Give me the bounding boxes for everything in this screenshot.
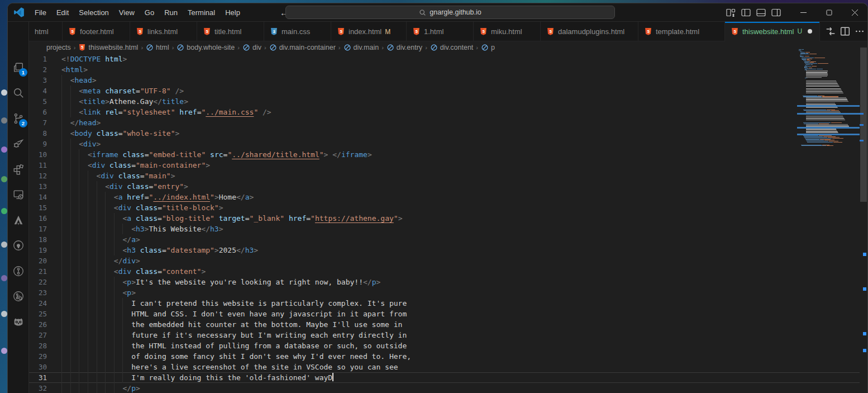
code-line-13[interactable]: 13<div class="entry"> [29, 181, 867, 192]
code-line-5[interactable]: 5<title>Athene.Gay</title> [29, 96, 867, 107]
breadcrumb-item-projects[interactable]: projects [46, 44, 71, 51]
code-line-28[interactable]: 28the HTML instead of pulling from a dat… [29, 340, 867, 351]
code-line-20[interactable]: 20</div> [29, 255, 867, 266]
code-line-2[interactable]: 2<html> [29, 64, 867, 75]
line-number[interactable]: 24 [29, 298, 61, 309]
line-number[interactable]: 21 [29, 266, 61, 277]
menu-go[interactable]: Go [140, 6, 159, 19]
menu-terminal[interactable]: Terminal [183, 6, 220, 19]
customize-layout-icon[interactable] [726, 8, 736, 17]
breadcrumb-item-html[interactable]: html [146, 44, 169, 51]
menu-help[interactable]: Help [220, 6, 245, 19]
code-line-26[interactable]: 26the embedded hit counter at the bottom… [29, 319, 867, 330]
maximize-button[interactable] [816, 3, 842, 22]
code-line-10[interactable]: 10<iframe class="embed-title" src="../sh… [29, 149, 867, 160]
line-number[interactable]: 4 [29, 86, 61, 96]
breadcrumb-item-div.main[interactable]: div.main [344, 44, 379, 51]
line-number[interactable]: 8 [29, 128, 61, 139]
line-number[interactable]: 16 [29, 213, 61, 224]
code-line-16[interactable]: 16<a class="blog-title" target="_blank" … [29, 213, 867, 224]
tab-thiswebsite.html[interactable]: 5thiswebsite.htmlU [725, 22, 820, 41]
breadcrumb-item-thiswebsite.html[interactable]: 5thiswebsite.html [78, 44, 138, 51]
line-number[interactable]: 1 [29, 54, 61, 64]
tab-html[interactable]: html [29, 22, 63, 41]
line-number[interactable]: 28 [29, 340, 61, 351]
line-number[interactable]: 32 [29, 383, 61, 393]
menu-selection[interactable]: Selection [74, 6, 113, 19]
code-editor[interactable]: 1<!DOCTYPE html>2<html>3<head>4<meta cha… [29, 54, 867, 393]
line-number[interactable]: 9 [29, 139, 61, 149]
code-line-30[interactable]: 30here's a live screenshot of the site i… [29, 362, 867, 372]
line-number[interactable]: 31 [29, 372, 61, 383]
code-line-19[interactable]: 19<h3 class="datestamp">2025</h3> [29, 245, 867, 255]
tab-title.html[interactable]: 5title.html [197, 22, 264, 41]
line-number[interactable]: 17 [29, 224, 61, 234]
code-line-4[interactable]: 4<meta charset="UTF-8" /> [29, 86, 867, 96]
code-line-27[interactable]: 27future if it's necessary but I'm writi… [29, 330, 867, 340]
search-icon[interactable] [8, 82, 29, 103]
dirty-indicator-icon[interactable] [808, 29, 812, 34]
line-number[interactable]: 18 [29, 234, 61, 245]
command-center-search[interactable]: gnargle.github.io [285, 6, 615, 19]
tab-1.html[interactable]: 51.html [407, 22, 474, 41]
line-number[interactable]: 29 [29, 351, 61, 362]
line-number[interactable]: 23 [29, 287, 61, 298]
line-number[interactable]: 25 [29, 309, 61, 319]
tab-footer.html[interactable]: 5footer.html [63, 22, 130, 41]
remote-explorer-icon[interactable] [8, 184, 29, 205]
extensions-icon[interactable] [8, 159, 29, 180]
line-number[interactable]: 2 [29, 64, 61, 75]
code-line-32[interactable]: 32</p> [29, 383, 867, 393]
breadcrumb-item-div.entry[interactable]: div.entry [387, 44, 422, 51]
code-line-25[interactable]: 25HTML and CSS. I don't even have any ja… [29, 309, 867, 319]
more-actions-icon[interactable] [855, 26, 865, 36]
minimap[interactable] [797, 41, 860, 393]
code-line-24[interactable]: 24I can't pretend this website is partic… [29, 298, 867, 309]
breadcrumb-item-body.whole-site[interactable]: body.whole-site [177, 44, 235, 51]
tab-main.css[interactable]: 3main.css [264, 22, 331, 41]
toggle-panel-icon[interactable] [756, 8, 766, 17]
tab-miku.html[interactable]: 5miku.html [474, 22, 541, 41]
code-line-7[interactable]: 7</head> [29, 117, 867, 128]
astro-extension-icon[interactable] [8, 210, 29, 231]
github-icon[interactable] [8, 235, 29, 256]
code-line-11[interactable]: 11<div class="main-container"> [29, 160, 867, 171]
code-line-17[interactable]: 17<h3>This Website</h3> [29, 224, 867, 234]
godot-tools-icon[interactable] [8, 311, 29, 333]
code-line-6[interactable]: 6<link rel="stylesheet" href="../main.cs… [29, 107, 867, 117]
line-number[interactable]: 11 [29, 160, 61, 171]
line-number[interactable]: 30 [29, 362, 61, 372]
line-number[interactable]: 27 [29, 330, 61, 340]
source-control-icon[interactable]: 2 [8, 108, 29, 129]
code-line-8[interactable]: 8<body class="whole-site"> [29, 128, 867, 139]
line-number[interactable]: 20 [29, 255, 61, 266]
breadcrumb-item-div[interactable]: div [242, 44, 261, 51]
line-number[interactable]: 14 [29, 192, 61, 202]
gitlens-icon[interactable] [8, 261, 29, 282]
code-line-22[interactable]: 22<p>It's the website you're looking at … [29, 277, 867, 287]
line-number[interactable]: 13 [29, 181, 61, 192]
code-line-3[interactable]: 3<head> [29, 75, 867, 86]
line-number[interactable]: 7 [29, 117, 61, 128]
code-line-29[interactable]: 29of doing some fancy shit I don't see w… [29, 351, 867, 362]
close-button[interactable] [842, 3, 867, 22]
code-line-1[interactable]: 1<!DOCTYPE html> [29, 54, 867, 64]
line-number[interactable]: 19 [29, 245, 61, 255]
tab-template.html[interactable]: 5template.html [638, 22, 725, 41]
toggle-primary-sidebar-icon[interactable] [741, 8, 751, 17]
line-number[interactable]: 3 [29, 75, 61, 86]
menu-view[interactable]: View [114, 6, 140, 19]
run-debug-icon[interactable] [8, 133, 29, 154]
split-editor-icon[interactable] [840, 26, 850, 36]
code-line-14[interactable]: 14<a href="../index.html">Home</a> [29, 192, 867, 202]
tab-dalamudplugins.html[interactable]: 5dalamudplugins.html [541, 22, 638, 41]
line-number[interactable]: 12 [29, 171, 61, 181]
menu-edit[interactable]: Edit [51, 6, 74, 19]
breadcrumb-item-div.main-container[interactable]: div.main-container [269, 44, 336, 51]
code-line-31[interactable]: 31I'm really doing this the 'old-fashion… [29, 372, 867, 383]
line-number[interactable]: 5 [29, 96, 61, 107]
tab-index.html[interactable]: 5index.htmlM [331, 22, 407, 41]
breadcrumb-item-p[interactable]: p [481, 44, 495, 51]
menu-run[interactable]: Run [159, 6, 183, 19]
line-number[interactable]: 10 [29, 149, 61, 160]
